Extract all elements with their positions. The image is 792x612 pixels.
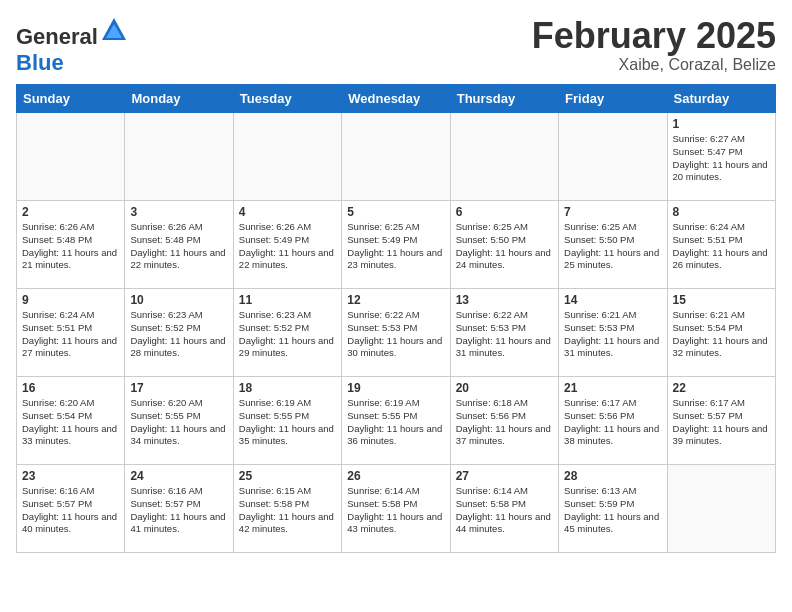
day-info: Sunrise: 6:14 AM Sunset: 5:58 PM Dayligh… xyxy=(347,485,444,536)
logo-blue: Blue xyxy=(16,50,64,75)
day-info: Sunrise: 6:25 AM Sunset: 5:50 PM Dayligh… xyxy=(564,221,661,272)
logo-text: General Blue xyxy=(16,16,128,76)
page-header: General Blue February 2025 Xaibe, Coraza… xyxy=(16,16,776,76)
day-number: 5 xyxy=(347,205,444,219)
calendar-cell: 21Sunrise: 6:17 AM Sunset: 5:56 PM Dayli… xyxy=(559,377,667,465)
calendar-table: SundayMondayTuesdayWednesdayThursdayFrid… xyxy=(16,84,776,553)
day-info: Sunrise: 6:17 AM Sunset: 5:57 PM Dayligh… xyxy=(673,397,770,448)
day-header-thursday: Thursday xyxy=(450,85,558,113)
calendar-cell xyxy=(125,113,233,201)
day-number: 11 xyxy=(239,293,336,307)
day-number: 25 xyxy=(239,469,336,483)
calendar-cell: 6Sunrise: 6:25 AM Sunset: 5:50 PM Daylig… xyxy=(450,201,558,289)
calendar-cell xyxy=(17,113,125,201)
calendar-week-row: 2Sunrise: 6:26 AM Sunset: 5:48 PM Daylig… xyxy=(17,201,776,289)
calendar-cell: 8Sunrise: 6:24 AM Sunset: 5:51 PM Daylig… xyxy=(667,201,775,289)
day-info: Sunrise: 6:13 AM Sunset: 5:59 PM Dayligh… xyxy=(564,485,661,536)
day-number: 4 xyxy=(239,205,336,219)
calendar-title: February 2025 xyxy=(532,16,776,56)
day-number: 7 xyxy=(564,205,661,219)
day-info: Sunrise: 6:22 AM Sunset: 5:53 PM Dayligh… xyxy=(456,309,553,360)
calendar-cell: 4Sunrise: 6:26 AM Sunset: 5:49 PM Daylig… xyxy=(233,201,341,289)
calendar-cell: 27Sunrise: 6:14 AM Sunset: 5:58 PM Dayli… xyxy=(450,465,558,553)
calendar-cell: 13Sunrise: 6:22 AM Sunset: 5:53 PM Dayli… xyxy=(450,289,558,377)
day-number: 2 xyxy=(22,205,119,219)
calendar-cell: 3Sunrise: 6:26 AM Sunset: 5:48 PM Daylig… xyxy=(125,201,233,289)
day-info: Sunrise: 6:20 AM Sunset: 5:55 PM Dayligh… xyxy=(130,397,227,448)
calendar-cell xyxy=(559,113,667,201)
calendar-cell: 25Sunrise: 6:15 AM Sunset: 5:58 PM Dayli… xyxy=(233,465,341,553)
calendar-cell: 9Sunrise: 6:24 AM Sunset: 5:51 PM Daylig… xyxy=(17,289,125,377)
day-info: Sunrise: 6:25 AM Sunset: 5:50 PM Dayligh… xyxy=(456,221,553,272)
calendar-week-row: 9Sunrise: 6:24 AM Sunset: 5:51 PM Daylig… xyxy=(17,289,776,377)
day-info: Sunrise: 6:15 AM Sunset: 5:58 PM Dayligh… xyxy=(239,485,336,536)
day-info: Sunrise: 6:19 AM Sunset: 5:55 PM Dayligh… xyxy=(239,397,336,448)
day-number: 22 xyxy=(673,381,770,395)
calendar-cell: 23Sunrise: 6:16 AM Sunset: 5:57 PM Dayli… xyxy=(17,465,125,553)
day-number: 27 xyxy=(456,469,553,483)
day-info: Sunrise: 6:27 AM Sunset: 5:47 PM Dayligh… xyxy=(673,133,770,184)
day-number: 12 xyxy=(347,293,444,307)
day-header-saturday: Saturday xyxy=(667,85,775,113)
day-info: Sunrise: 6:16 AM Sunset: 5:57 PM Dayligh… xyxy=(22,485,119,536)
day-number: 21 xyxy=(564,381,661,395)
day-info: Sunrise: 6:21 AM Sunset: 5:54 PM Dayligh… xyxy=(673,309,770,360)
day-number: 6 xyxy=(456,205,553,219)
day-number: 13 xyxy=(456,293,553,307)
day-number: 15 xyxy=(673,293,770,307)
calendar-cell: 22Sunrise: 6:17 AM Sunset: 5:57 PM Dayli… xyxy=(667,377,775,465)
calendar-cell: 10Sunrise: 6:23 AM Sunset: 5:52 PM Dayli… xyxy=(125,289,233,377)
day-number: 19 xyxy=(347,381,444,395)
day-info: Sunrise: 6:23 AM Sunset: 5:52 PM Dayligh… xyxy=(130,309,227,360)
calendar-cell: 17Sunrise: 6:20 AM Sunset: 5:55 PM Dayli… xyxy=(125,377,233,465)
calendar-cell: 11Sunrise: 6:23 AM Sunset: 5:52 PM Dayli… xyxy=(233,289,341,377)
calendar-cell: 5Sunrise: 6:25 AM Sunset: 5:49 PM Daylig… xyxy=(342,201,450,289)
day-header-wednesday: Wednesday xyxy=(342,85,450,113)
day-info: Sunrise: 6:26 AM Sunset: 5:48 PM Dayligh… xyxy=(22,221,119,272)
calendar-week-row: 23Sunrise: 6:16 AM Sunset: 5:57 PM Dayli… xyxy=(17,465,776,553)
calendar-cell: 15Sunrise: 6:21 AM Sunset: 5:54 PM Dayli… xyxy=(667,289,775,377)
day-info: Sunrise: 6:18 AM Sunset: 5:56 PM Dayligh… xyxy=(456,397,553,448)
day-info: Sunrise: 6:20 AM Sunset: 5:54 PM Dayligh… xyxy=(22,397,119,448)
day-number: 3 xyxy=(130,205,227,219)
day-header-sunday: Sunday xyxy=(17,85,125,113)
day-number: 26 xyxy=(347,469,444,483)
calendar-cell xyxy=(667,465,775,553)
day-number: 10 xyxy=(130,293,227,307)
day-number: 8 xyxy=(673,205,770,219)
day-number: 17 xyxy=(130,381,227,395)
day-info: Sunrise: 6:24 AM Sunset: 5:51 PM Dayligh… xyxy=(673,221,770,272)
day-number: 20 xyxy=(456,381,553,395)
day-info: Sunrise: 6:25 AM Sunset: 5:49 PM Dayligh… xyxy=(347,221,444,272)
calendar-header-row: SundayMondayTuesdayWednesdayThursdayFrid… xyxy=(17,85,776,113)
title-block: February 2025 Xaibe, Corazal, Belize xyxy=(532,16,776,74)
day-info: Sunrise: 6:19 AM Sunset: 5:55 PM Dayligh… xyxy=(347,397,444,448)
calendar-cell: 7Sunrise: 6:25 AM Sunset: 5:50 PM Daylig… xyxy=(559,201,667,289)
day-header-tuesday: Tuesday xyxy=(233,85,341,113)
day-number: 1 xyxy=(673,117,770,131)
calendar-week-row: 16Sunrise: 6:20 AM Sunset: 5:54 PM Dayli… xyxy=(17,377,776,465)
logo-icon xyxy=(100,16,128,44)
logo-general: General xyxy=(16,24,98,49)
calendar-cell: 14Sunrise: 6:21 AM Sunset: 5:53 PM Dayli… xyxy=(559,289,667,377)
day-number: 14 xyxy=(564,293,661,307)
day-number: 24 xyxy=(130,469,227,483)
day-info: Sunrise: 6:23 AM Sunset: 5:52 PM Dayligh… xyxy=(239,309,336,360)
day-info: Sunrise: 6:17 AM Sunset: 5:56 PM Dayligh… xyxy=(564,397,661,448)
logo: General Blue xyxy=(16,16,128,76)
calendar-cell: 16Sunrise: 6:20 AM Sunset: 5:54 PM Dayli… xyxy=(17,377,125,465)
calendar-cell: 12Sunrise: 6:22 AM Sunset: 5:53 PM Dayli… xyxy=(342,289,450,377)
day-info: Sunrise: 6:22 AM Sunset: 5:53 PM Dayligh… xyxy=(347,309,444,360)
day-number: 18 xyxy=(239,381,336,395)
calendar-cell: 24Sunrise: 6:16 AM Sunset: 5:57 PM Dayli… xyxy=(125,465,233,553)
day-header-friday: Friday xyxy=(559,85,667,113)
calendar-cell xyxy=(450,113,558,201)
day-header-monday: Monday xyxy=(125,85,233,113)
day-info: Sunrise: 6:24 AM Sunset: 5:51 PM Dayligh… xyxy=(22,309,119,360)
day-info: Sunrise: 6:14 AM Sunset: 5:58 PM Dayligh… xyxy=(456,485,553,536)
day-info: Sunrise: 6:16 AM Sunset: 5:57 PM Dayligh… xyxy=(130,485,227,536)
day-number: 9 xyxy=(22,293,119,307)
calendar-cell: 20Sunrise: 6:18 AM Sunset: 5:56 PM Dayli… xyxy=(450,377,558,465)
calendar-week-row: 1Sunrise: 6:27 AM Sunset: 5:47 PM Daylig… xyxy=(17,113,776,201)
day-number: 28 xyxy=(564,469,661,483)
